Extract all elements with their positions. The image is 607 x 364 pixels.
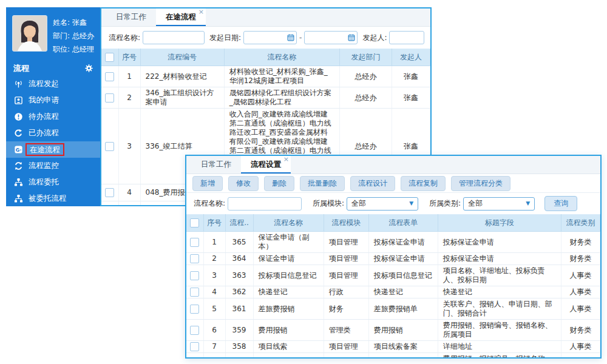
sidebar-item-流程监控[interactable]: 流程监控 [6,158,100,174]
table-header-row: 序号流程编号流程名称发起部门发起人 [101,49,430,66]
calendar-icon[interactable] [348,34,355,41]
window-process-settings: 日常工作流程设置× 新增修改删除批量删除流程设计流程复制管理流程分类 流程名称:… [185,155,602,359]
select-all-checkbox[interactable] [190,218,199,228]
calendar-icon[interactable] [287,34,294,41]
toolbar-button-流程复制[interactable]: 流程复制 [401,176,446,191]
cell-流程名称: 费用报销 [253,320,324,341]
toolbar-button-删除[interactable]: 删除 [264,176,294,191]
cell-流程模块: 项目管理 [324,265,368,286]
cell-序号: 3 [203,265,225,286]
category-label: 所属类别: [429,198,461,209]
row-checkbox[interactable] [190,326,199,335]
search-button[interactable]: 查询 [544,196,577,211]
tab-流程设置[interactable]: 流程设置× [241,156,291,174]
row-checkbox[interactable] [190,254,199,263]
title-label: 职位: [53,45,70,53]
user-profile: 姓名: 张鑫 部门: 总经办 职位: 总经理 [6,7,100,61]
cell-no: 4 [118,184,140,201]
gear-icon[interactable] [85,64,93,72]
checkbox-cell [186,286,203,298]
tab-日常工作[interactable]: 日常工作 [191,156,241,174]
selected-item-annotation-box: 在途流程 [25,143,64,156]
chevron-down-icon: ▼ [409,201,413,206]
window1-filter-row: 流程名称: 发起日期: - 发起人: [101,27,430,49]
table-row: 6359费用报销管理类费用报销费用报销、报销编号、报销名称、所属项目财务类 [186,320,600,341]
cell-流程..: 357 [225,353,253,359]
toolbar-button-新增[interactable]: 新增 [192,176,223,191]
process-name-label: 流程名称: [194,198,225,209]
column-header-流程名称: 流程名称 [253,215,324,232]
row-checkbox[interactable] [190,271,199,280]
cell-dept: 总经办 [339,66,392,87]
toolbar-button-管理流程分类[interactable]: 管理流程分类 [451,176,510,191]
row-checkbox[interactable] [105,72,114,81]
cell-流程名称: 保证金申请 [253,253,324,265]
cell-流程模块: 管理类 [324,320,368,341]
sitemap-icon [14,194,23,203]
table-header-row: 序号流程..流程名称流程模块流程表单标题字段流程类别 [186,215,600,232]
row-checkbox[interactable] [105,188,114,197]
row-checkbox[interactable] [190,305,199,314]
cell-流程表单: 快递登记 [368,286,438,298]
cell-流程模块: 财务 [324,298,368,320]
toolbar-button-批量删除[interactable]: 批量删除 [300,176,345,191]
window2-toolbar: 新增修改删除批量删除流程设计流程复制管理流程分类 [186,174,600,193]
select-all-checkbox[interactable] [105,53,114,62]
column-header-发起部门: 发起部门 [339,49,392,66]
title-value: 总经理 [72,45,94,53]
svg-text:G·: G· [16,147,22,153]
process-name-input[interactable] [143,31,205,44]
refresh-icon [14,161,23,170]
cell-流程表单: 投标保证金申请 [368,253,438,265]
table-row: 1222_材料验收登记材料验收登记_材料采购_张鑫_华润12城房建工程项目总经办… [101,66,430,87]
sidebar-item-label: 流程监控 [29,161,59,171]
cell-序号: 4 [203,286,225,298]
toolbar-button-修改[interactable]: 修改 [228,176,259,191]
column-header-标题字段: 标题字段 [438,215,561,232]
cell-person: 张鑫 [392,66,430,87]
row-checkbox[interactable] [190,238,199,247]
cell-流程表单: 投标项目信息登记 [368,265,438,286]
tab-日常工作[interactable]: 日常工作 [106,8,156,26]
checkbox-cell [186,265,203,286]
row-checkbox[interactable] [190,288,199,297]
module-label: 所属模块: [313,198,344,209]
start-date-label: 发起日期: [209,33,241,43]
row-checkbox[interactable] [105,205,114,206]
cell-流程模块: 项目管理 [324,232,368,253]
column-header-流程模块: 流程模块 [324,215,368,232]
sidebar-item-被委托流程[interactable]: 被委托流程 [6,190,100,207]
sidebar-item-待办流程[interactable]: 待办流程 [6,109,100,125]
cell-process-name: 晟铭园林绿化工程组织设计方案_晟铭园林绿化工程 [224,87,339,109]
cell-流程名称: 差旅费报销 [253,298,324,320]
row-checkbox[interactable] [105,93,114,103]
table-row: 3363投标项目信息登记项目管理投标项目信息登记项目名称、详细地址、投标负责人、… [186,265,600,286]
sidebar-item-我的申请[interactable]: 我的申请 [6,92,100,109]
category-select[interactable]: 全部 ▼ [463,197,535,211]
cell-流程类别: 财务类 [561,353,600,359]
alert-icon [14,112,23,121]
window2-tabbar: 日常工作流程设置× [186,156,600,174]
sidebar-item-流程委托[interactable]: 流程委托 [6,174,100,190]
row-checkbox[interactable] [190,342,199,351]
cell-标题字段: 关联客户、报销人、申请日期、部门、报销合计 [438,298,561,320]
module-select[interactable]: 全部 ▼ [347,197,418,211]
transit-icon: G· [14,145,23,154]
close-tab-icon[interactable]: × [283,156,289,163]
cell-流程名称: 投标项目信息登记 [253,265,324,286]
checkbox-cell [186,232,203,253]
sidebar-item-已办流程[interactable]: 已办流程 [6,125,100,141]
toolbar-button-流程设计[interactable]: 流程设计 [350,176,395,191]
initiator-input[interactable] [389,31,424,44]
checkbox-cell [186,320,203,341]
sidebar-item-流程发起[interactable]: 流程发起 [6,76,100,92]
tab-在途流程[interactable]: 在途流程× [156,8,206,26]
sidebar-item-在途流程[interactable]: G·在途流程 [6,141,100,158]
row-checkbox[interactable] [105,142,114,151]
sidebar-item-label: 已办流程 [29,128,59,138]
cell-标题字段: 项目名称、详细地址、投标负责人、投标日期 [438,265,561,286]
cell-流程..: 361 [225,298,253,320]
process-name-input[interactable] [228,197,302,211]
close-tab-icon[interactable]: × [198,8,204,16]
table-row: 4362快递登记行政快递登记快递登记人事类 [186,286,600,298]
